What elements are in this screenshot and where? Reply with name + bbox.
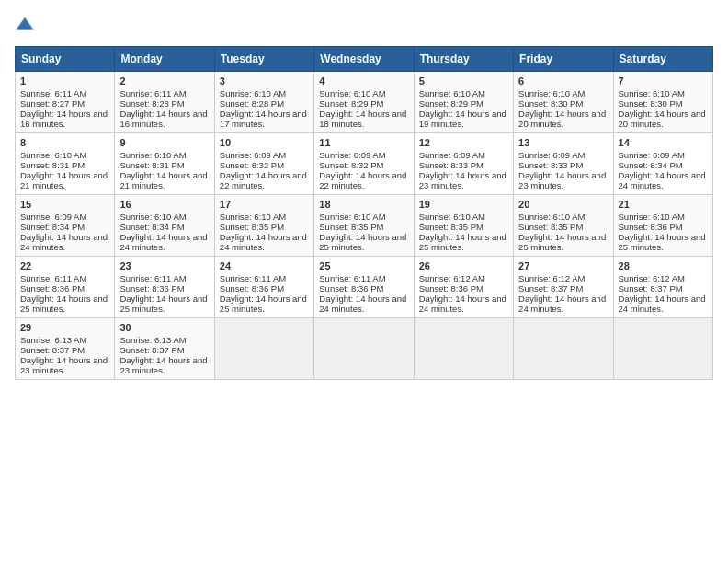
calendar-cell: 11 Sunrise: 6:09 AM Sunset: 8:32 PM Dayl… [314,133,414,195]
sunset: Sunset: 8:36 PM [119,283,184,293]
sunset: Sunset: 8:36 PM [419,283,483,293]
calendar-cell: 19 Sunrise: 6:10 AM Sunset: 8:35 PM Dayl… [414,195,513,257]
day-number: 5 [419,75,508,86]
daylight: Daylight: 14 hours and 25 minutes. [518,232,606,252]
day-number: 10 [220,137,309,148]
day-number: 19 [419,199,508,210]
sunset: Sunset: 8:34 PM [119,222,184,232]
daylight: Daylight: 14 hours and 23 minutes. [419,170,506,190]
sunset: Sunset: 8:36 PM [20,283,85,293]
sunset: Sunset: 8:35 PM [518,222,583,232]
calendar-cell: 22 Sunrise: 6:11 AM Sunset: 8:36 PM Dayl… [16,257,115,318]
sunrise: Sunrise: 6:11 AM [319,273,385,283]
sunrise: Sunrise: 6:12 AM [419,273,485,283]
calendar-table: SundayMondayTuesdayWednesdayThursdayFrid… [15,46,713,380]
daylight: Daylight: 14 hours and 25 minutes. [319,232,406,252]
sunrise: Sunrise: 6:10 AM [419,88,485,98]
sunrise: Sunrise: 6:09 AM [220,150,286,160]
daylight: Daylight: 14 hours and 17 minutes. [220,109,307,129]
sunrise: Sunrise: 6:10 AM [119,150,186,160]
sunset: Sunset: 8:35 PM [319,222,383,232]
sunset: Sunset: 8:36 PM [319,283,383,293]
daylight: Daylight: 14 hours and 23 minutes. [20,355,108,375]
day-number: 14 [619,137,708,148]
sunrise: Sunrise: 6:10 AM [518,212,585,222]
sunrise: Sunrise: 6:13 AM [20,335,86,345]
sunrise: Sunrise: 6:10 AM [119,212,186,222]
daylight: Daylight: 14 hours and 22 minutes. [319,170,406,190]
calendar-cell: 14 Sunrise: 6:09 AM Sunset: 8:34 PM Dayl… [613,133,712,195]
sunset: Sunset: 8:28 PM [220,98,284,109]
sunrise: Sunrise: 6:09 AM [419,150,485,160]
sunrise: Sunrise: 6:12 AM [518,273,585,283]
sunrise: Sunrise: 6:11 AM [220,273,286,283]
daylight: Daylight: 14 hours and 24 minutes. [20,232,108,252]
daylight: Daylight: 14 hours and 25 minutes. [119,293,207,314]
sunset: Sunset: 8:35 PM [419,222,483,232]
daylight: Daylight: 14 hours and 24 minutes. [518,293,606,314]
day-number: 4 [319,75,408,86]
day-number: 22 [20,260,109,271]
calendar-cell: 16 Sunrise: 6:10 AM Sunset: 8:34 PM Dayl… [115,195,214,257]
calendar-cell [613,318,712,380]
sunset: Sunset: 8:30 PM [518,98,583,109]
sunset: Sunset: 8:37 PM [20,345,85,355]
daylight: Daylight: 14 hours and 21 minutes. [119,170,207,190]
day-header-monday: Monday [115,47,214,72]
logo-icon [15,15,35,35]
day-number: 27 [518,260,608,271]
calendar-cell [514,318,613,380]
day-header-tuesday: Tuesday [214,47,313,72]
calendar-cell: 6 Sunrise: 6:10 AM Sunset: 8:30 PM Dayli… [514,72,613,133]
day-header-wednesday: Wednesday [314,47,414,72]
day-number: 3 [220,75,309,86]
sunrise: Sunrise: 6:12 AM [619,273,685,283]
day-number: 18 [319,199,408,210]
day-number: 11 [319,137,408,148]
daylight: Daylight: 14 hours and 19 minutes. [419,109,506,129]
calendar-cell: 29 Sunrise: 6:13 AM Sunset: 8:37 PM Dayl… [16,318,115,380]
sunset: Sunset: 8:34 PM [20,222,85,232]
calendar-cell: 3 Sunrise: 6:10 AM Sunset: 8:28 PM Dayli… [214,72,313,133]
calendar-cell: 26 Sunrise: 6:12 AM Sunset: 8:36 PM Dayl… [414,257,513,318]
calendar-cell: 7 Sunrise: 6:10 AM Sunset: 8:30 PM Dayli… [613,72,712,133]
sunset: Sunset: 8:28 PM [119,98,184,109]
page-header [15,15,713,35]
sunrise: Sunrise: 6:10 AM [319,88,385,98]
daylight: Daylight: 14 hours and 24 minutes. [419,293,506,314]
calendar-cell: 1 Sunrise: 6:11 AM Sunset: 8:27 PM Dayli… [16,72,115,133]
calendar-cell: 28 Sunrise: 6:12 AM Sunset: 8:37 PM Dayl… [613,257,712,318]
day-number: 25 [319,260,408,271]
calendar-cell: 17 Sunrise: 6:10 AM Sunset: 8:35 PM Dayl… [214,195,313,257]
sunset: Sunset: 8:33 PM [518,160,583,170]
sunset: Sunset: 8:36 PM [220,283,284,293]
sunset: Sunset: 8:32 PM [319,160,383,170]
day-number: 30 [119,322,209,333]
day-number: 26 [419,260,508,271]
day-number: 1 [20,75,109,86]
calendar-cell: 15 Sunrise: 6:09 AM Sunset: 8:34 PM Dayl… [16,195,115,257]
sunset: Sunset: 8:33 PM [419,160,483,170]
sunset: Sunset: 8:27 PM [20,98,85,109]
calendar-header-row: SundayMondayTuesdayWednesdayThursdayFrid… [16,47,713,72]
sunset: Sunset: 8:35 PM [220,222,284,232]
sunrise: Sunrise: 6:11 AM [20,88,86,98]
sunset: Sunset: 8:32 PM [220,160,284,170]
sunrise: Sunrise: 6:10 AM [319,212,385,222]
daylight: Daylight: 14 hours and 22 minutes. [220,170,307,190]
calendar-cell: 18 Sunrise: 6:10 AM Sunset: 8:35 PM Dayl… [314,195,414,257]
sunrise: Sunrise: 6:09 AM [518,150,585,160]
sunrise: Sunrise: 6:10 AM [220,88,286,98]
calendar-cell: 25 Sunrise: 6:11 AM Sunset: 8:36 PM Dayl… [314,257,414,318]
day-number: 15 [20,199,109,210]
day-number: 13 [518,137,608,148]
sunset: Sunset: 8:30 PM [619,98,683,109]
daylight: Daylight: 14 hours and 24 minutes. [220,232,307,252]
week-row-5: 29 Sunrise: 6:13 AM Sunset: 8:37 PM Dayl… [16,318,713,380]
sunrise: Sunrise: 6:10 AM [619,212,685,222]
sunrise: Sunrise: 6:09 AM [20,212,86,222]
daylight: Daylight: 14 hours and 16 minutes. [119,109,207,129]
day-number: 2 [119,75,209,86]
day-number: 8 [20,137,109,148]
daylight: Daylight: 14 hours and 25 minutes. [619,232,706,252]
